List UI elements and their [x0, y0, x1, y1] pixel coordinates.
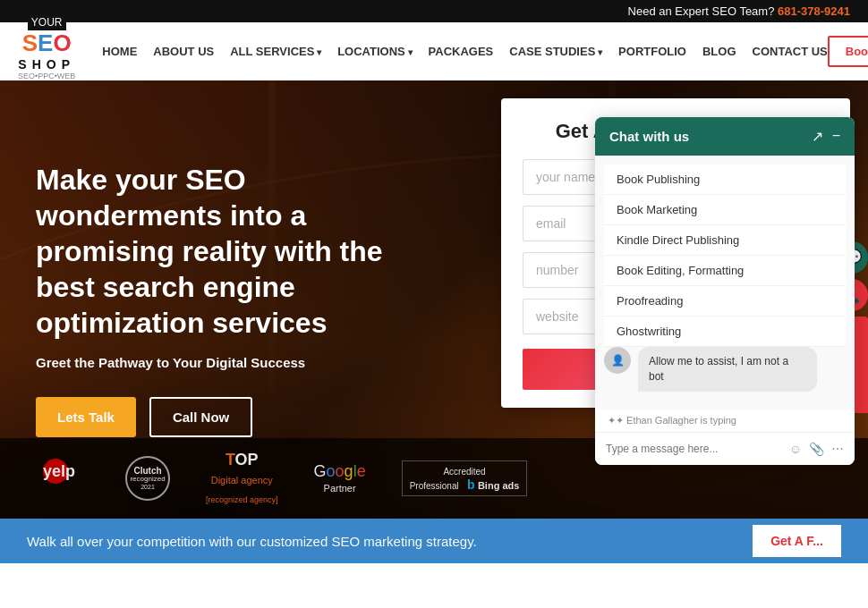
logo-o: O	[53, 30, 71, 56]
logo-your: YOUR	[28, 14, 66, 30]
chat-widget: Chat with us ↗ − Book Publishing Book Ma…	[595, 117, 855, 465]
top-digital-logo: TOP Digital agency [recognized agency]	[206, 451, 278, 507]
emoji-icon[interactable]: ☺	[789, 442, 802, 456]
nav-links: HOME ABOUT US ALL SERVICES LOCATIONS PAC…	[102, 45, 827, 58]
clutch-logo: Clutch recognized 2021	[125, 456, 170, 501]
hero-subtitle: Greet the Pathway to Your Digital Succes…	[36, 355, 394, 370]
chat-menu-items: Book Publishing Book Marketing Kindle Di…	[604, 165, 846, 347]
svg-text:yelp: yelp	[43, 462, 75, 480]
get-free-btn[interactable]: Get A F...	[753, 525, 841, 557]
menu-item-book-publishing[interactable]: Book Publishing	[604, 165, 846, 195]
lets-talk-button[interactable]: Lets Talk	[36, 397, 136, 437]
chat-header-icons: ↗ −	[812, 128, 840, 145]
navbar: YOUR SEO SHOP SEO•PPC•WEB | SINCE 2022 H…	[0, 22, 868, 80]
nav-case-studies[interactable]: CASE STUDIES	[509, 45, 602, 58]
logo: YOUR SEO SHOP SEO•PPC•WEB | SINCE 2022	[18, 13, 75, 89]
chat-typing: ✦✦ Ethan Gallagher is typing	[595, 410, 855, 432]
nav-contact[interactable]: CONTACT US	[753, 45, 828, 58]
menu-item-proofreading[interactable]: Proofreading	[604, 286, 846, 317]
yelp-logo: yelp	[36, 455, 89, 502]
menu-item-book-marketing[interactable]: Book Marketing	[604, 195, 846, 225]
bottom-bar: Walk all over your competition with our …	[0, 519, 868, 563]
hero-title: Make your SEO wonderments into a promisi…	[36, 162, 394, 341]
nav-portfolio[interactable]: PORTFOLIO	[618, 45, 686, 58]
logo-shop: SHOP	[18, 57, 75, 72]
chat-input-area: ☺ 📎 ⋯	[595, 432, 855, 465]
logo-e: E	[38, 30, 53, 56]
bottom-bar-text: Walk all over your competition with our …	[27, 534, 477, 549]
nav-locations[interactable]: LOCATIONS	[337, 45, 412, 58]
chat-bubble: Allow me to assist, I am not a bot	[638, 347, 817, 392]
menu-item-book-editing[interactable]: Book Editing, Formatting	[604, 256, 846, 286]
bing-ads-logo: AccreditedProfessional b Bing ads	[402, 460, 528, 496]
chat-input-icons: ☺ 📎 ⋯	[789, 442, 844, 456]
chat-input[interactable]	[606, 443, 789, 455]
more-options-icon[interactable]: ⋯	[831, 442, 844, 456]
google-partner-logo: Google Partner	[314, 462, 366, 494]
book-call-button[interactable]: Book A Call	[828, 36, 868, 67]
nav-services[interactable]: ALL SERVICES	[230, 45, 321, 58]
top-bar: Need an Expert SEO Team? 681-378-9241	[0, 0, 868, 22]
expand-chat-icon[interactable]: ↗	[812, 128, 823, 145]
hero-buttons: Lets Talk Call Now	[36, 397, 394, 437]
attachment-icon[interactable]: 📎	[809, 442, 824, 456]
call-now-button[interactable]: Call Now	[149, 397, 252, 437]
nav-packages[interactable]: PACKAGES	[429, 45, 494, 58]
minimize-chat-icon[interactable]: −	[832, 128, 840, 145]
phone-link[interactable]: 681-378-9241	[778, 4, 850, 18]
chat-body: Book Publishing Book Marketing Kindle Di…	[595, 156, 855, 410]
logo-s: S	[22, 30, 38, 56]
agent-avatar: 👤	[604, 347, 631, 374]
hero-section: Make your SEO wonderments into a promisi…	[0, 80, 868, 519]
nav-home[interactable]: HOME	[102, 45, 137, 58]
menu-item-kindle[interactable]: Kindle Direct Publishing	[604, 225, 846, 256]
chat-message: 👤 Allow me to assist, I am not a bot	[604, 347, 846, 392]
chat-header: Chat with us ↗ −	[595, 117, 855, 156]
hero-content: Make your SEO wonderments into a promisi…	[0, 126, 430, 473]
chat-header-title: Chat with us	[609, 129, 689, 144]
need-expert-text: Need an Expert SEO Team?	[628, 4, 775, 18]
nav-blog[interactable]: BLOG	[702, 45, 736, 58]
nav-about[interactable]: ABOUT US	[153, 45, 214, 58]
menu-item-ghostwriting[interactable]: Ghostwriting	[604, 317, 846, 347]
